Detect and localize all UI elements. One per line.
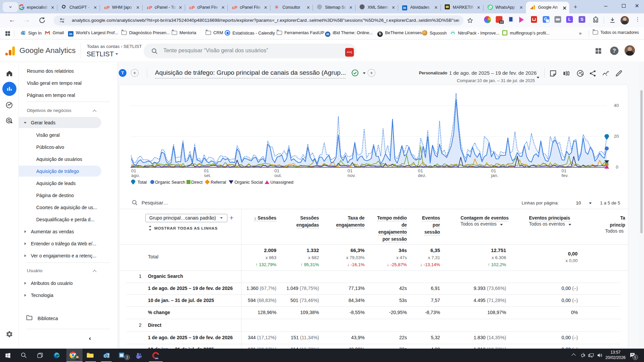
svg-text:BEN: BEN <box>155 358 158 359</box>
